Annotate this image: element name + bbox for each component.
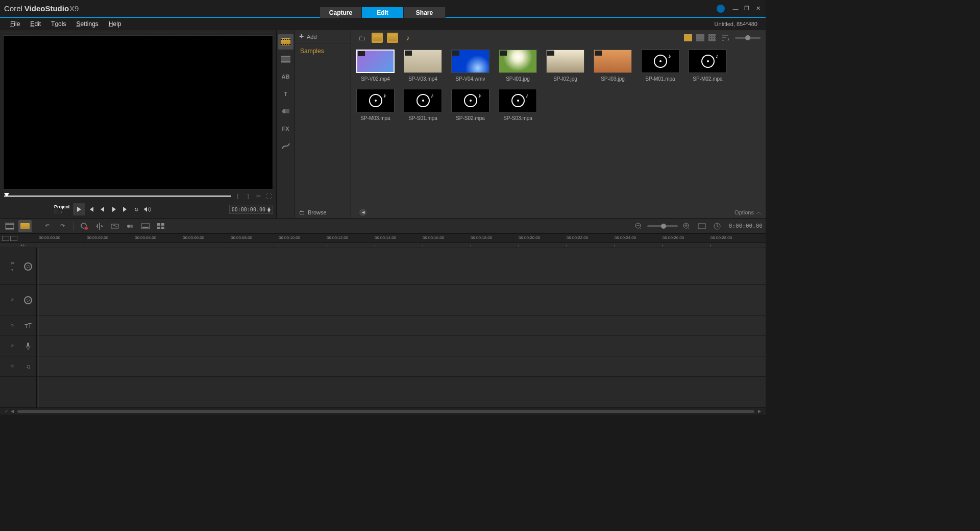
view-grid-button[interactable] [708,34,716,41]
redo-button[interactable]: ↷ [56,220,69,232]
video-lane[interactable] [37,248,766,285]
music-lane[interactable] [37,356,766,377]
library-item[interactable]: SP-I01.jpg [499,50,537,82]
media-tab[interactable] [278,34,293,50]
restore-button[interactable]: ❐ [743,5,750,12]
loop-button[interactable]: ↻ [131,204,141,214]
library-item[interactable]: SP-V02.mp4 [356,50,395,82]
library-thumbnail[interactable] [499,89,537,112]
options-button[interactable]: Options ︿ [734,208,762,216]
playhead[interactable] [38,248,38,407]
import-media-button[interactable]: 🗀 [356,33,368,43]
goto-start-button[interactable] [86,204,96,214]
scrubber-thumb[interactable] [4,193,9,197]
auto-music-button[interactable] [108,220,121,232]
title-lane[interactable] [37,316,766,336]
library-item[interactable]: SP-M01.mpa [641,50,679,82]
library-item[interactable]: SP-S01.mpa [404,89,442,121]
transition-tab[interactable]: AB [278,69,293,84]
sort-button[interactable] [720,33,731,43]
scrollbar-thumb[interactable] [17,410,754,413]
expand-tracks-button[interactable]: ⤢ [3,409,9,414]
multicam-button[interactable] [154,220,167,232]
library-item[interactable]: SP-M03.mpa [356,89,395,121]
scroll-right-button[interactable]: ▶ [756,409,763,414]
panel-grip[interactable] [0,30,276,33]
library-item[interactable]: SP-S03.mpa [499,89,537,121]
select-all-tracks-icon[interactable] [2,236,9,241]
scroll-left-button[interactable]: ◀ [9,409,15,414]
view-list-button[interactable] [696,34,704,41]
add-folder-button[interactable]: ✚ Add [295,30,351,43]
samples-folder[interactable]: Samples [295,43,351,59]
prev-frame-button[interactable] [97,204,108,214]
library-thumbnail[interactable] [641,50,679,73]
preview-scrubber[interactable] [4,196,231,197]
title-track-header[interactable]: ⟳ ᴛT [0,316,36,336]
overlay-lane[interactable] [37,285,766,316]
record-button[interactable] [78,220,91,232]
collapse-library-button[interactable]: ◀ [359,209,366,216]
library-thumbnail[interactable] [356,89,395,112]
track-motion-button[interactable] [124,220,137,232]
menu-edit[interactable]: Edit [25,18,46,30]
show-photos-button[interactable] [387,33,398,43]
path-tab[interactable] [278,138,293,154]
library-zoom-slider[interactable] [735,37,761,39]
mark-out-icon[interactable]: ] [244,192,252,200]
track-lanes[interactable] [37,248,766,407]
library-thumbnail[interactable] [356,50,395,73]
undo-button[interactable]: ↶ [40,220,54,232]
library-item[interactable]: SP-I02.jpg [546,50,584,82]
scissors-icon[interactable]: ✂ [255,192,262,200]
timeline-zoom-slider[interactable] [647,225,678,227]
view-thumbnails-button[interactable] [684,34,692,41]
library-thumbnail[interactable] [404,89,442,112]
guide-marker[interactable]: +/– [20,243,26,248]
globe-icon[interactable] [717,5,725,13]
timeline-ruler[interactable]: 00:00:00.0000:00:02.0000:00:04.0000:00:0… [0,234,766,243]
close-button[interactable]: ✕ [754,5,762,12]
voice-lane[interactable] [37,336,766,356]
library-item[interactable]: SP-V04.wmv [451,50,489,82]
graphic-tab[interactable] [278,104,293,119]
enlarge-icon[interactable]: ⛶ [265,192,272,200]
library-item[interactable]: SP-S02.mpa [451,89,489,121]
timeline-scrollbar[interactable]: ⤢ ◀ ▶ [0,407,766,415]
zoom-out-button[interactable] [632,220,645,232]
library-item[interactable]: SP-I03.jpg [594,50,632,82]
mark-in-icon[interactable]: [ [234,192,241,200]
music-track-header[interactable]: ⟳ ♫ [0,356,36,377]
fit-project-button[interactable] [695,220,708,232]
next-frame-button[interactable] [109,204,119,214]
library-thumbnail[interactable] [689,50,727,73]
mode-capture[interactable]: Capture [320,7,362,18]
browse-button[interactable]: 🗀 Browse [299,209,327,215]
library-thumbnail[interactable] [546,50,584,73]
timeline-timecode[interactable]: 0:00:00.00 [729,223,763,229]
timeline-view-button[interactable] [18,220,32,232]
minimize-button[interactable]: — [732,5,739,12]
library-thumbnail[interactable] [451,89,489,112]
instant-project-tab[interactable] [278,52,293,67]
filter-tab[interactable]: FX [278,121,293,136]
library-thumbnail[interactable] [499,50,537,73]
show-audio-button[interactable]: ♪ [402,33,413,43]
audio-mixer-button[interactable] [93,220,106,232]
library-thumbnail[interactable] [451,50,489,73]
pb-mode-clip-label[interactable]: Clip [54,209,70,214]
voice-track-header[interactable]: ⟳ [0,336,36,356]
pb-mode-project-label[interactable]: Project [54,204,70,209]
zoom-in-button[interactable] [680,220,693,232]
menu-tools[interactable]: Tools [46,18,71,30]
title-tab[interactable]: T [278,86,293,102]
library-item[interactable]: SP-M02.mpa [689,50,727,82]
volume-button[interactable] [142,204,153,214]
timecode-stepper[interactable]: ▲▼ [267,207,271,212]
show-videos-button[interactable] [372,33,383,43]
library-thumbnail[interactable] [594,50,632,73]
video-track-header[interactable]: ⇄▾ [0,248,36,285]
mode-edit[interactable]: Edit [362,7,404,18]
goto-end-button[interactable] [120,204,130,214]
preview-timecode[interactable]: 00:00:00.00 ▲▼ [229,205,273,214]
